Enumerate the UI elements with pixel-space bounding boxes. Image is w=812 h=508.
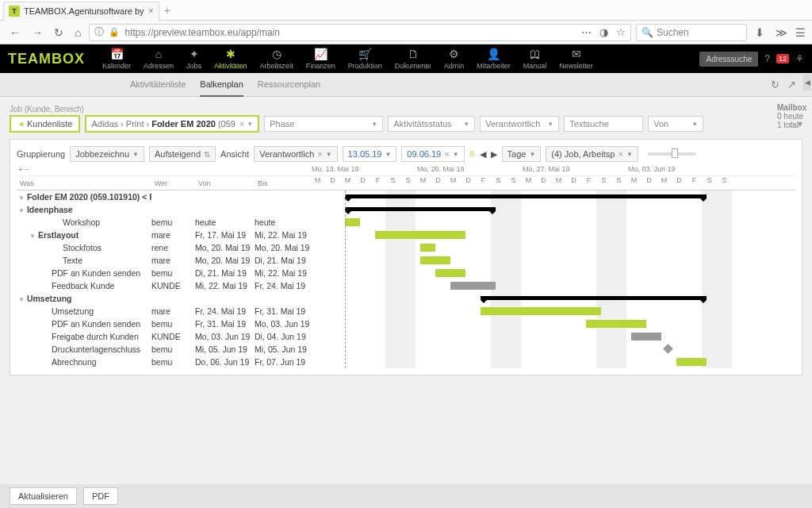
tab-title: TEAMBOX.Agentursoftware by [24,6,144,16]
view-select[interactable]: Verantwortlich×▼ [254,146,337,162]
browser-nav-bar: ← → ↻ ⌂ ⓘ 🔒 https://preview.teambox.eu/a… [0,21,812,44]
lock-icon: 🔒 [109,27,120,37]
gantt-row[interactable]: Workshopbemuheuteheute [17,216,795,229]
gantt-bar[interactable] [631,333,661,341]
today-marker [345,190,346,368]
gantt-row[interactable]: Feedback KundeKUNDEMi, 22. Mai 19Fr, 24.… [17,279,795,292]
overflow-icon[interactable]: ≫ [772,25,791,40]
home-icon[interactable]: ⌂ [789,118,795,129]
more-icon[interactable]: ⋯ [581,26,592,38]
gantt-bar[interactable] [375,231,465,239]
gantt-row[interactable]: ▼Umsetzung [17,292,795,305]
nav-kalender[interactable]: 📅Kalender [96,46,137,71]
help-icon[interactable]: ? [764,53,770,64]
nav-arbeitszeit[interactable]: ◷Arbeitszeit [254,46,300,71]
columns-select[interactable]: (4) Job, Arbeitsp×▼ [546,146,638,162]
nav-adressen[interactable]: ⌂Adressen [137,46,180,71]
gantt-row[interactable]: ▼Ideenphase [17,203,795,216]
kundenliste-button[interactable]: Kundenliste [10,115,80,133]
nav-newsletter[interactable]: ✉Newsletter [553,46,599,71]
zoom-slider[interactable] [648,152,695,156]
notification-badge[interactable]: 12 [776,54,789,64]
phase-filter[interactable]: Phase▼ [264,116,383,132]
gantt-bar[interactable] [420,244,435,252]
nav-manual[interactable]: 🕮Manual [517,46,553,71]
sub-nav: AktivitätenlisteBalkenplanRessourcenplan… [0,73,812,97]
nav-dokumente[interactable]: 🗋Dokumente [389,46,438,71]
gantt-bar[interactable] [586,320,646,328]
gantt-bar[interactable] [435,269,465,277]
expand-all[interactable]: + − [17,165,29,175]
date-from[interactable]: 13.05.19▼ [343,146,397,162]
gantt-panel: Gruppierung Jobbezeichnu▼ Aufsteigend⇅ A… [10,139,802,375]
gantt-bar[interactable] [345,218,360,226]
nav-finanzen[interactable]: 📈Finanzen [300,46,342,71]
back-button[interactable]: ← [6,25,24,40]
pdf-button[interactable]: PDF [83,487,118,505]
new-tab-button[interactable]: + [164,4,170,17]
nav-jobs[interactable]: ✦Jobs [180,46,208,71]
tracking-icon[interactable]: ◑ [599,26,608,38]
gantt-row[interactable]: Freigabe durch KundenKUNDEMo, 03. Jun 19… [17,330,795,343]
gantt-row[interactable]: DruckunterlagenschlussbemuMi, 05. Jun 19… [17,343,795,356]
forward-button[interactable]: → [29,25,46,40]
gantt-bar[interactable] [450,282,496,290]
verantwortlich-filter[interactable]: Verantwortlich▼ [480,116,559,132]
app-top-nav: TEAMBOX 📅Kalender⌂Adressen✦Jobs✱Aktivitä… [0,44,812,73]
gantt-row[interactable]: PDF an Kunden sendenbemuFr, 31. Mai 19Mo… [17,318,795,330]
gantt-row[interactable]: ▼Folder EM 2020 (059.101910) < Print < A… [17,190,795,203]
logo[interactable]: TEAMBOX [8,51,85,67]
refresh-icon[interactable]: ↻ [771,79,779,90]
external-icon[interactable]: ↗ [787,79,796,90]
gantt-bar[interactable] [420,256,450,264]
gantt-row[interactable]: ▼ErstlayoutmareFr, 17. Mai 19Mi, 22. Mai… [17,229,795,241]
gantt-bar[interactable] [345,207,496,211]
von-filter[interactable]: Von▼ [648,116,703,132]
footer-bar: Aktualisieren PDF [0,484,812,508]
address-search-button[interactable]: Adresssuche [699,52,758,67]
gantt-row[interactable]: AbrechnungbemuDo, 06. Jun 19Fr, 07. Jun … [17,356,795,368]
gantt-row[interactable]: UmsetzungmareFr, 24. Mai 19Fr, 31. Mai 1… [17,305,795,318]
date-to[interactable]: 09.06.19×▼ [401,146,464,162]
status-filter[interactable]: Aktivitätsstatus▼ [388,116,475,132]
bookmark-icon[interactable]: ☆ [616,26,626,38]
close-icon[interactable]: × [148,6,154,17]
clear-icon[interactable]: × [239,119,244,129]
gantt-bar[interactable] [676,358,707,366]
gantt-row[interactable]: PDF an Kunden sendenbemuDi, 21. Mai 19Mi… [17,267,795,279]
textsuche-input[interactable]: Textsuche [564,116,643,132]
aktualisieren-button[interactable]: Aktualisieren [10,487,77,505]
breadcrumb-job[interactable]: Adidas › Print › Folder EM 2020 (059 × ▼ [85,115,259,133]
menu-icon[interactable]: ☰ [795,26,806,39]
download-icon[interactable]: ⬇ [752,25,768,40]
browser-tab-bar: T TEAMBOX.Agentursoftware by × + [0,0,812,21]
job-label: Job (Kunde, Bereich) [10,105,802,114]
gantt-bar[interactable] [345,194,707,198]
list-view-icon[interactable]: ≡ [469,148,475,160]
scale-select[interactable]: Tage▼ [502,146,542,162]
link-icon[interactable]: ⚘ [795,53,804,64]
nav-produktion[interactable]: 🛒Produktion [342,46,389,71]
chevron-down-icon[interactable]: ▼ [247,121,253,128]
gantt-bar[interactable] [481,307,601,315]
gantt-bar[interactable] [481,296,707,300]
nav-left-icon[interactable]: ◀ [480,149,486,160]
reload-button[interactable]: ↻ [51,25,67,40]
nav-admin[interactable]: ⚙Admin [438,46,471,71]
nav-mitarbeiter[interactable]: 👤Mitarbeiter [470,46,517,71]
url-bar[interactable]: ⓘ 🔒 https://preview.teambox.eu/app/main … [89,24,631,41]
tab-balkenplan[interactable]: Balkenplan [200,73,243,97]
gantt-row[interactable]: StockfotosreneMo, 20. Mai 19Mo, 20. Mai … [17,241,795,254]
home-button[interactable]: ⌂ [71,25,84,40]
pager-prev-icon[interactable]: ▾ [798,118,802,129]
gantt-row[interactable]: TextemareMo, 20. Mai 19Di, 21. Mai 19 [17,254,795,267]
tab-aktivitätenliste[interactable]: Aktivitätenliste [130,73,186,97]
sort-select[interactable]: Aufsteigend⇅ [149,146,216,162]
collapse-sidebar-icon[interactable]: ◀ [803,75,811,90]
nav-right-icon[interactable]: ▶ [491,149,497,160]
browser-tab[interactable]: T TEAMBOX.Agentursoftware by × [3,2,159,21]
grouping-select[interactable]: Jobbezeichnu▼ [70,146,144,162]
tab-ressourcenplan[interactable]: Ressourcenplan [258,73,321,97]
nav-aktivitäten[interactable]: ✱Aktivitäten [208,46,254,71]
browser-search[interactable]: 🔍 Suchen [636,24,747,41]
